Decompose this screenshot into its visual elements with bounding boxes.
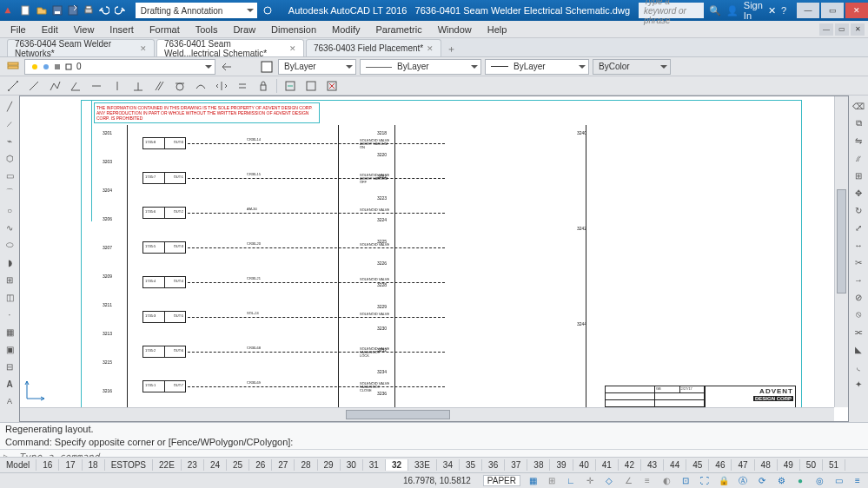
minimize-button[interactable]: —	[797, 3, 819, 18]
smooth-icon[interactable]	[193, 78, 209, 94]
menu-parametric[interactable]: Parametric	[368, 23, 428, 36]
color-icon[interactable]	[259, 59, 275, 75]
polyline-tool-icon[interactable]: ⌁	[3, 134, 17, 148]
layout-tab[interactable]: 17	[59, 459, 82, 471]
layout-tab[interactable]: 31	[363, 459, 386, 471]
search-icon[interactable]: 🔍	[709, 5, 721, 16]
layout-tab[interactable]: 51	[823, 459, 845, 471]
stretch-icon[interactable]: ↔	[851, 238, 865, 252]
join-icon[interactable]: ⫘	[851, 325, 865, 339]
trim-icon[interactable]: ✂	[851, 255, 865, 269]
workspace-dropdown[interactable]: Drafting & Annotation	[136, 3, 257, 18]
layout-tab[interactable]: 47	[732, 459, 754, 471]
polar-icon[interactable]: ✛	[583, 475, 597, 487]
layout-tab[interactable]: 28	[295, 459, 317, 471]
annovisible-icon[interactable]: Ⓐ	[736, 475, 750, 487]
layout-tab[interactable]: 40	[573, 459, 596, 471]
menu-dimension[interactable]: Dimension	[264, 23, 323, 36]
layout-tab[interactable]: 50	[800, 459, 823, 471]
close-icon[interactable]: ✕	[140, 44, 147, 53]
qp-icon[interactable]: ⊡	[679, 475, 692, 487]
layout-tab[interactable]: 49	[778, 459, 800, 471]
vert-icon[interactable]	[109, 78, 125, 94]
vertical-scrollbar[interactable]	[834, 96, 848, 407]
annoscale-icon[interactable]: 🔒	[717, 475, 731, 487]
sc-icon[interactable]: ⛶	[698, 475, 712, 487]
polygon-tool-icon[interactable]: ⬡	[3, 151, 17, 165]
erase-icon[interactable]: ⌫	[851, 99, 865, 113]
layer-prev-icon[interactable]	[219, 59, 235, 75]
undo-icon[interactable]	[97, 3, 111, 17]
break-icon[interactable]: ⊘	[851, 290, 865, 304]
coordinates-readout[interactable]: 16.7978, 10.5812	[396, 476, 478, 485]
line-icon[interactable]	[26, 78, 42, 94]
layout-tab[interactable]: 22E	[153, 459, 182, 471]
array-icon[interactable]: ⊞	[851, 168, 865, 182]
show-constraints-icon[interactable]	[282, 78, 298, 94]
scroll-thumb[interactable]	[346, 410, 450, 419]
layout-tab[interactable]: 27	[272, 459, 295, 471]
otrack-icon[interactable]: ∠	[621, 475, 635, 487]
app-logo[interactable]	[3, 2, 12, 19]
mtext2-tool-icon[interactable]: A	[3, 394, 17, 408]
layer-dropdown[interactable]: 0	[24, 59, 215, 75]
perp-icon[interactable]	[130, 78, 146, 94]
drawing-canvas[interactable]: THE INFORMATION CONTAINED IN THIS DRAWIN…	[19, 96, 849, 422]
layout-tab[interactable]: 36	[482, 459, 505, 471]
equal-icon[interactable]	[235, 78, 250, 94]
layout-tab[interactable]: 34	[437, 459, 460, 471]
mtext-tool-icon[interactable]: A	[3, 377, 17, 391]
snap-icon[interactable]: ⊞	[545, 475, 559, 487]
scroll-thumb[interactable]	[837, 189, 846, 293]
xline-tool-icon[interactable]: ⟋	[3, 116, 17, 130]
exchange-icon[interactable]: ✕	[768, 5, 776, 16]
chamfer-icon[interactable]: ◣	[851, 342, 865, 356]
menu-format[interactable]: Format	[142, 23, 187, 36]
space-mode[interactable]: PAPER	[483, 475, 520, 486]
layout-tab[interactable]: Model	[0, 459, 36, 471]
circle-tool-icon[interactable]: ○	[3, 203, 17, 217]
menu-help[interactable]: Help	[480, 23, 514, 36]
lineweight-dropdown[interactable]: ByLayer	[485, 59, 589, 75]
ellipse-tool-icon[interactable]: ⬭	[3, 238, 17, 252]
hide-constraints-icon[interactable]	[303, 78, 319, 94]
angle-icon[interactable]	[68, 78, 83, 94]
layout-tab[interactable]: 33E	[408, 459, 437, 471]
layout-tab[interactable]: ESTOPS	[105, 459, 153, 471]
break2-icon[interactable]: ⦸	[851, 307, 865, 321]
mdi-minimize[interactable]: —	[819, 23, 833, 36]
scale-icon[interactable]: ⤢	[851, 221, 865, 234]
file-tab[interactable]: 7636-0401 Seam Weld...lectrical Schemati…	[156, 39, 304, 56]
osnap-icon[interactable]: ◇	[602, 475, 616, 487]
layout-tab[interactable]: 37	[505, 459, 527, 471]
menu-tools[interactable]: Tools	[189, 23, 225, 36]
close-icon[interactable]: ✕	[427, 44, 434, 53]
layout-tab[interactable]: 44	[664, 459, 686, 471]
point-tool-icon[interactable]: ·	[3, 307, 17, 321]
rotate-icon[interactable]: ↻	[851, 203, 865, 217]
layout-tab[interactable]: 25	[227, 459, 249, 471]
layout-tab[interactable]: 18	[83, 459, 105, 471]
file-tab[interactable]: 7636-0404 Seam Welder Networks*✕	[7, 39, 155, 56]
hardware-icon[interactable]: ●	[793, 475, 807, 487]
fix-icon[interactable]	[255, 78, 271, 94]
redo-icon[interactable]	[113, 3, 127, 17]
rectangle-tool-icon[interactable]: ▭	[3, 168, 17, 182]
mdi-restore[interactable]: ▭	[835, 23, 849, 36]
layout-tab[interactable]: 23	[182, 459, 204, 471]
color-dropdown[interactable]: ByLayer	[278, 59, 356, 75]
extend-icon[interactable]: →	[851, 273, 865, 287]
cleanscreen-icon[interactable]: ▭	[832, 475, 845, 487]
layer-properties-icon[interactable]	[5, 59, 21, 75]
grid-icon[interactable]: ▦	[526, 475, 540, 487]
signin-icon[interactable]: 👤	[726, 5, 739, 16]
layout-tab[interactable]: 42	[619, 459, 641, 471]
plotstyle-dropdown[interactable]: ByColor	[593, 59, 671, 75]
offset-icon[interactable]: ⫽	[851, 151, 865, 165]
fillet-icon[interactable]: ◟	[851, 359, 865, 373]
arc-tool-icon[interactable]: ⌒	[3, 186, 17, 200]
layout-tab[interactable]: 29	[318, 459, 341, 471]
ortho-icon[interactable]: ∟	[564, 475, 578, 487]
layout-tab[interactable]: 26	[249, 459, 272, 471]
polyline-icon[interactable]	[47, 78, 63, 94]
